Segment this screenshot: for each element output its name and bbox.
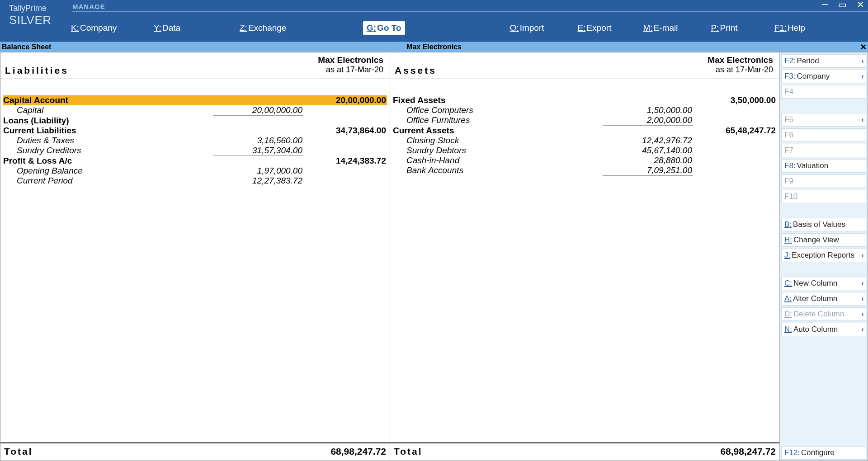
side-j-exception[interactable]: J:Exception Reports‹ bbox=[781, 249, 866, 262]
side-h-change-view[interactable]: H:Change View bbox=[781, 233, 866, 247]
side-f2-period[interactable]: F2:Period‹ bbox=[781, 54, 866, 68]
chevron-left-icon: ‹ bbox=[861, 115, 864, 124]
main-area: Liabilities Max Electronics as at 17-Mar… bbox=[0, 52, 868, 461]
row-current-liabilities[interactable]: Current Liabilities 34,73,864.00 bbox=[3, 126, 387, 136]
chevron-left-icon: ‹ bbox=[861, 279, 864, 288]
liabilities-date: as at 17-Mar-20 bbox=[318, 65, 383, 75]
balance-sheet: Liabilities Max Electronics as at 17-Mar… bbox=[0, 52, 779, 461]
assets-heading: Assets bbox=[395, 55, 708, 76]
main-menu: K:Company Y:Data Z:Exchange G:Go To O:Im… bbox=[70, 14, 868, 42]
side-f9: F9 bbox=[781, 174, 866, 188]
titlebar: TallyPrime SILVER MANAGE ─ ▭ ✕ K:Company… bbox=[0, 0, 868, 42]
row-duties-taxes[interactable]: Duties & Taxes 3,16,560.00 bbox=[3, 136, 387, 146]
logo: TallyPrime SILVER bbox=[0, 0, 70, 42]
row-bank-accounts[interactable]: Bank Accounts 7,09,251.00 bbox=[393, 165, 777, 176]
row-current-period[interactable]: Current Period 12,27,383.72 bbox=[3, 176, 387, 186]
chevron-left-icon: ‹ bbox=[861, 251, 864, 260]
row-office-furnitures[interactable]: Office Furnitures 2,00,000.00 bbox=[393, 115, 777, 126]
close-icon[interactable]: ✕ bbox=[857, 0, 864, 10]
app-name: TallyPrime bbox=[9, 4, 70, 13]
row-closing-stock[interactable]: Closing Stock 12,42,976.72 bbox=[393, 136, 777, 146]
manage-label[interactable]: MANAGE bbox=[72, 3, 868, 12]
liabilities-company: Max Electronics bbox=[318, 55, 383, 65]
row-opening-balance[interactable]: Opening Balance 1,97,000.00 bbox=[3, 166, 387, 176]
chevron-left-icon: ‹ bbox=[861, 325, 864, 334]
menu-help[interactable]: F1:Help bbox=[774, 21, 807, 35]
row-loans-liability[interactable]: Loans (Liability) bbox=[3, 116, 387, 126]
liabilities-total-row: Total 68,98,247.72 bbox=[0, 442, 390, 461]
menu-print[interactable]: P:Print bbox=[710, 21, 774, 35]
side-f8-valuation[interactable]: F8:Valuation bbox=[781, 159, 866, 173]
menu-data[interactable]: Y:Data bbox=[153, 21, 239, 35]
side-f3-company[interactable]: F3:Company‹ bbox=[781, 70, 866, 83]
side-b-basis[interactable]: B:Basis of Values bbox=[781, 218, 866, 231]
menu-export[interactable]: E:Export bbox=[577, 21, 642, 35]
side-f5: F5‹ bbox=[781, 113, 866, 127]
liabilities-heading: Liabilities bbox=[5, 55, 318, 76]
chevron-left-icon: ‹ bbox=[861, 310, 864, 319]
menu-exchange[interactable]: Z:Exchange bbox=[239, 21, 363, 35]
side-f4: F4 bbox=[781, 85, 866, 99]
row-capital[interactable]: Capital 20,00,000.00 bbox=[3, 105, 387, 116]
row-sundry-creditors[interactable]: Sundry Creditors 31,57,304.00 bbox=[3, 146, 387, 156]
app-edition: SILVER bbox=[9, 13, 70, 27]
chevron-left-icon: ‹ bbox=[861, 72, 864, 81]
maximize-icon[interactable]: ▭ bbox=[838, 0, 847, 10]
side-f6: F6 bbox=[781, 128, 866, 142]
row-capital-account[interactable]: Capital Account 20,00,000.00 bbox=[3, 95, 387, 105]
row-current-assets[interactable]: Current Assets 65,48,247.72 bbox=[393, 126, 777, 136]
side-n-auto-column[interactable]: N:Auto Column‹ bbox=[781, 323, 866, 336]
menu-goto[interactable]: G:Go To bbox=[363, 21, 405, 35]
row-cash-in-hand[interactable]: Cash-in-Hand 28,880.00 bbox=[393, 155, 777, 165]
liabilities-pane: Liabilities Max Electronics as at 17-Mar… bbox=[0, 52, 390, 461]
side-f10: F10 bbox=[781, 190, 866, 203]
subheader: Balance Sheet Max Electronics × bbox=[0, 42, 868, 52]
side-f7: F7 bbox=[781, 144, 866, 157]
row-fixed-assets[interactable]: Fixed Assets 3,50,000.00 bbox=[393, 95, 777, 105]
menu-import[interactable]: O:Import bbox=[509, 21, 577, 35]
side-d-delete-column: D:Delete Column‹ bbox=[781, 307, 866, 321]
subheader-close-icon[interactable]: × bbox=[860, 43, 866, 51]
assets-date: as at 17-Mar-20 bbox=[708, 65, 773, 75]
company-name: Max Electronics bbox=[406, 43, 462, 51]
assets-pane: Assets Max Electronics as at 17-Mar-20 F… bbox=[390, 52, 779, 461]
report-title: Balance Sheet bbox=[0, 43, 51, 51]
row-sundry-debtors[interactable]: Sundry Debtors 45,67,140.00 bbox=[393, 146, 777, 155]
menu-company[interactable]: K:Company bbox=[70, 21, 153, 35]
menu-email[interactable]: M:E-mail bbox=[642, 21, 710, 35]
chevron-left-icon: ‹ bbox=[861, 56, 864, 66]
row-profit-loss[interactable]: Profit & Loss A/c 14,24,383.72 bbox=[3, 156, 387, 166]
assets-total-row: Total 68,98,247.72 bbox=[390, 442, 779, 461]
side-a-alter-column[interactable]: A:Alter Column‹ bbox=[781, 292, 866, 306]
sidebar: F2:Period‹ F3:Company‹ F4 F5‹ F6 F7 F8:V… bbox=[779, 52, 868, 461]
assets-company: Max Electronics bbox=[708, 55, 773, 65]
side-f12-configure[interactable]: F12:Configure bbox=[781, 446, 866, 460]
minimize-icon[interactable]: ─ bbox=[822, 0, 828, 10]
row-office-computers[interactable]: Office Computers 1,50,000.00 bbox=[393, 105, 777, 115]
manage-row: MANAGE ─ ▭ ✕ bbox=[70, 0, 868, 14]
side-c-new-column[interactable]: C:New Column‹ bbox=[781, 277, 866, 290]
chevron-left-icon: ‹ bbox=[861, 294, 864, 303]
